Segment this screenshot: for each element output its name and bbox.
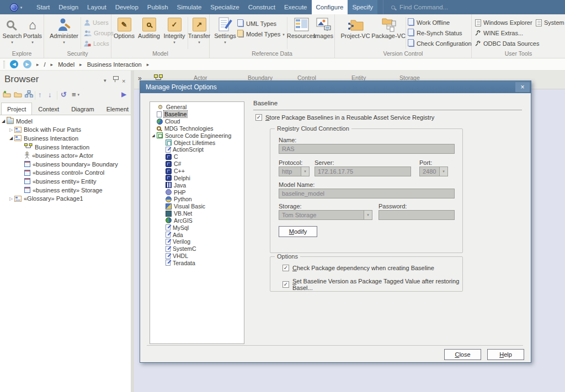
open-package-button[interactable] [14, 90, 22, 98]
options-item-arcgis[interactable]: ArcGIS [150, 217, 244, 224]
find-command-box[interactable]: Find Command... [383, 0, 565, 14]
options-item-csharp[interactable]: C# [150, 160, 244, 168]
ribbon-tab-execute[interactable]: Execute [280, 0, 312, 14]
settings-button[interactable]: Settings ▾ [213, 17, 237, 45]
breadcrumb-arrow-icon[interactable]: ▸ [147, 62, 150, 67]
system-button[interactable]: System I [536, 18, 565, 27]
options-item-object-lifetimes[interactable]: Object Lifetimes [150, 139, 244, 146]
options-item-delphi[interactable]: Delphi [150, 174, 244, 181]
move-up-button[interactable]: ↑ [38, 90, 42, 99]
chevron-down-icon[interactable]: ▾ [301, 167, 309, 176]
close-icon[interactable]: × [122, 78, 125, 84]
options-button[interactable]: ✎ Options [113, 17, 136, 40]
chevron-down-icon[interactable]: ▾ [364, 211, 372, 219]
work-offline-button[interactable]: Work Offline [409, 18, 450, 27]
protocol-select[interactable]: http ▾ [279, 167, 310, 176]
project-vc-button[interactable]: Project-VC [339, 17, 371, 40]
ribbon-tab-simulate[interactable]: Simulate [173, 0, 206, 14]
search-button[interactable]: Search ▾ [2, 17, 22, 45]
integrity-button[interactable]: ✓ Integrity ▾ [162, 17, 186, 45]
breadcrumb-arrow-icon[interactable]: ▸ [36, 62, 39, 67]
users-button[interactable]: Users [84, 18, 109, 27]
resources-button[interactable]: Resources [288, 17, 315, 40]
options-item-java[interactable]: Java [150, 181, 244, 189]
options-item-actionscript[interactable]: ActionScript [150, 146, 244, 153]
model-hierarchy-button[interactable] [25, 90, 33, 98]
tree-item-boundary[interactable]: «business boundary» Boundary [0, 160, 131, 169]
tree-item-actor[interactable]: «business actor» Actor [0, 151, 131, 160]
server-field[interactable]: 172.16.17.75 [315, 167, 411, 176]
options-item-mdg-technologies[interactable]: MDG Technologies [150, 125, 244, 132]
check-configuration-button[interactable]: Check Configuration [409, 39, 472, 48]
ribbon-tab-layout[interactable]: Layout [83, 0, 111, 14]
port-select[interactable]: 2480 ▾ [419, 167, 448, 176]
options-item-vhdl[interactable]: VHDL [150, 253, 244, 260]
resynch-status-button[interactable]: Re-Synch Status [409, 29, 462, 37]
uml-types-button[interactable]: UML Types [238, 19, 276, 28]
dialog-titlebar[interactable]: Manage Project Options × [140, 81, 531, 93]
package-vc-button[interactable]: Package-VC [372, 17, 405, 40]
tree-item-business-interaction-package[interactable]: ◢ Business Interaction [0, 134, 131, 143]
expander-open-icon[interactable]: ◢ [8, 136, 14, 141]
tab-context[interactable]: Context [32, 103, 65, 115]
tree-item-business-interaction-diagram[interactable]: Business Interaction [0, 143, 131, 152]
panel-splitter[interactable] [131, 71, 134, 392]
options-item-php[interactable]: PHP [150, 189, 244, 196]
breadcrumb-arrow-icon[interactable]: ▸ [79, 62, 82, 67]
breadcrumb-item-business-interaction[interactable]: Business Interaction [87, 61, 142, 68]
ribbon-tab-specialize[interactable]: Specialize [206, 0, 243, 14]
expander-closed-icon[interactable]: ▷ [8, 196, 14, 201]
app-menu-button[interactable]: ▾ [0, 0, 32, 14]
dialog-close-button[interactable]: × [515, 82, 530, 92]
groups-button[interactable]: Groups [84, 29, 114, 37]
locate-current-button[interactable]: ↺ [61, 90, 67, 99]
ribbon-tab-specify[interactable]: Specify [348, 0, 377, 14]
options-item-source-code-engineering[interactable]: ◢Source Code Engineering [150, 132, 244, 139]
tab-project[interactable]: Project [1, 103, 32, 115]
expander-open-icon[interactable]: ◢ [150, 133, 157, 138]
expander-open-icon[interactable]: ◢ [0, 119, 7, 123]
tree-item-glossary-package1[interactable]: ▷ «Glossary» Package1 [0, 194, 131, 203]
expander-closed-icon[interactable]: ▷ [8, 127, 14, 132]
ribbon-tab-publish[interactable]: Publish [143, 0, 173, 14]
options-item-teradata[interactable]: Teradata [150, 260, 244, 267]
auditing-button[interactable]: Auditing [137, 17, 161, 40]
options-item-mysql[interactable]: MySql [150, 224, 244, 231]
breadcrumb-arrow-icon[interactable]: ▸ [51, 62, 54, 67]
tree-item-model[interactable]: ◢ Model [0, 117, 131, 126]
expand-panel-button[interactable]: ▶ [121, 90, 126, 98]
windows-explorer-button[interactable]: Windows Explorer [475, 18, 532, 27]
tab-element[interactable]: Element [100, 103, 135, 115]
options-item-c[interactable]: C [150, 153, 244, 160]
portals-button[interactable]: ⌂ Portals ▾ [23, 17, 42, 45]
model-types-button[interactable]: Model Types ▾ [238, 30, 285, 39]
options-item-systemc[interactable]: SystemC [150, 245, 244, 253]
panel-menu-chevron-icon[interactable]: ▾ [104, 78, 106, 83]
tree-item-entity[interactable]: «business entity» Entity [0, 177, 131, 186]
options-item-verilog[interactable]: Verilog [150, 238, 244, 245]
options-item-cloud[interactable]: Cloud [150, 118, 244, 125]
navigate-forward-button[interactable]: ▶ [23, 60, 31, 68]
transfer-button[interactable]: ↗ Transfer ▾ [189, 17, 210, 45]
storage-select[interactable]: Tom Storage ▾ [279, 210, 372, 220]
move-down-button[interactable]: ↓ [48, 90, 52, 99]
ribbon-tab-develop[interactable]: Develop [111, 0, 143, 14]
model-name-field[interactable]: baseline_model [279, 189, 455, 198]
breadcrumb-item-model[interactable]: Model [58, 61, 74, 68]
options-item-vbnet[interactable]: VB.Net [150, 210, 244, 217]
images-button[interactable]: Images [313, 17, 333, 40]
modify-button[interactable]: Modify [279, 226, 317, 237]
odbc-data-sources-button[interactable]: ODBC Data Sources [475, 39, 539, 48]
hamburger-menu-button[interactable]: ≡ ▾ [72, 90, 79, 99]
options-item-general[interactable]: ⚙General [150, 104, 244, 111]
options-item-baseline[interactable]: Baseline [150, 111, 244, 118]
wine-extras-button[interactable]: WINE Extras... [475, 29, 523, 37]
ribbon-tab-configure[interactable]: Configure [312, 0, 348, 14]
ribbon-tab-construct[interactable]: Construct [244, 0, 280, 14]
options-item-ada[interactable]: Ada [150, 231, 244, 238]
locks-button[interactable]: Locks [84, 39, 109, 48]
ribbon-tab-start[interactable]: Start [32, 0, 54, 14]
administer-button[interactable]: Administer ▾ [49, 17, 79, 45]
help-button[interactable]: Help [487, 349, 524, 360]
new-package-button[interactable] [3, 90, 11, 98]
